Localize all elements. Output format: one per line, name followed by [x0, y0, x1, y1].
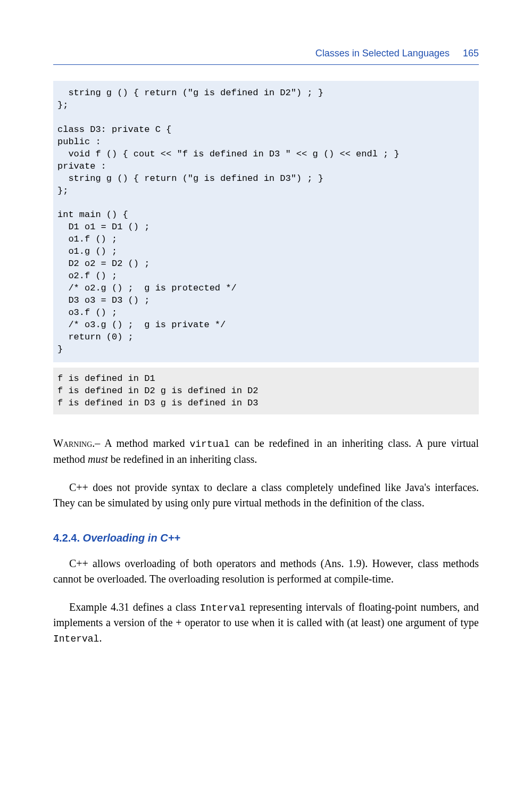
code-line: o1.f () ;	[53, 234, 479, 246]
code-line: o1.g () ;	[53, 246, 479, 258]
page-number: 165	[463, 48, 479, 59]
para4-text-3: .	[99, 632, 102, 644]
code-line: };	[53, 185, 479, 197]
code-line: D2 o2 = D2 () ;	[53, 258, 479, 270]
code-line: f is defined in D2 g is defined in D2	[53, 385, 479, 397]
warning-must: must	[88, 453, 108, 465]
header-title: Classes in Selected Languages	[315, 48, 450, 59]
paragraph-overloading-1: C++ allows overloading of both operators…	[53, 556, 479, 587]
keyword-interval-2: Interval	[53, 634, 99, 644]
code-line: }	[53, 344, 479, 356]
code-line: D3 o3 = D3 () ;	[53, 295, 479, 307]
code-line	[53, 112, 479, 124]
section-title: Overloading in C++	[83, 532, 180, 544]
code-line: int main () {	[53, 209, 479, 221]
code-listing-1: string g () { return ("g is defined in D…	[53, 81, 479, 362]
code-line: private :	[53, 161, 479, 173]
paragraph-overloading-2: Example 4.31 defines a class Interval re…	[53, 600, 479, 646]
code-line: o2.f () ;	[53, 270, 479, 282]
warning-label: Warning	[53, 437, 92, 449]
code-line	[53, 197, 479, 209]
output-listing-1: f is defined in D1f is defined in D2 g i…	[53, 368, 479, 415]
code-line: };	[53, 99, 479, 112]
code-line: string g () { return ("g is defined in D…	[53, 173, 479, 185]
code-line: D1 o1 = D1 () ;	[53, 221, 479, 234]
warning-text-1: .– A method marked	[92, 437, 189, 449]
section-heading-4-2-4: 4.2.4. Overloading in C++	[53, 532, 479, 544]
code-line: return (0) ;	[53, 331, 479, 344]
code-line: void f () { cout << "f is defined in D3 …	[53, 148, 479, 161]
page: Classes in Selected Languages 165 string…	[0, 0, 532, 798]
code-line: f is defined in D3 g is defined in D3	[53, 397, 479, 410]
warning-paragraph: Warning.– A method marked virtual can be…	[53, 436, 479, 467]
code-line: /* o2.g () ; g is protected */	[53, 282, 479, 295]
warning-text-3: be redefined in an inheriting class.	[108, 453, 257, 465]
paragraph-interfaces: C++ does not provide syntax to declare a…	[53, 480, 479, 511]
code-line: f is defined in D1	[53, 373, 479, 385]
page-header: Classes in Selected Languages 165	[53, 48, 479, 65]
keyword-interval-1: Interval	[200, 603, 246, 613]
section-number: 4.2.4.	[53, 532, 80, 544]
code-line: string g () { return ("g is defined in D…	[53, 87, 479, 99]
code-line: /* o3.g () ; g is private */	[53, 319, 479, 331]
para4-text-1: Example 4.31 defines a class	[69, 601, 200, 613]
keyword-virtual: virtual	[189, 439, 230, 450]
code-line: public :	[53, 136, 479, 148]
code-line: o3.f () ;	[53, 307, 479, 319]
code-line: class D3: private C {	[53, 124, 479, 136]
